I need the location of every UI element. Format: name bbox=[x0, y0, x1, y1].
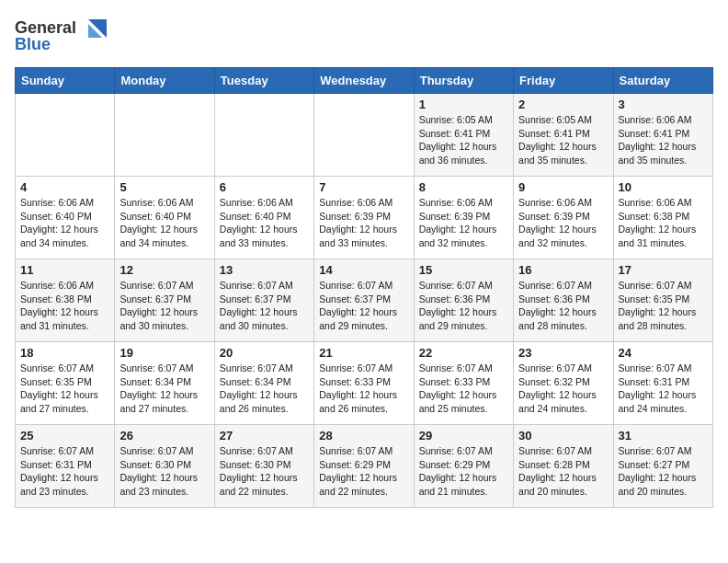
calendar-cell: 9Sunrise: 6:06 AM Sunset: 6:39 PM Daylig… bbox=[514, 177, 613, 259]
day-info: Sunrise: 6:07 AM Sunset: 6:36 PM Dayligh… bbox=[518, 279, 608, 333]
calendar-cell: 28Sunrise: 6:07 AM Sunset: 6:29 PM Dayli… bbox=[314, 425, 414, 508]
calendar-cell: 13Sunrise: 6:07 AM Sunset: 6:37 PM Dayli… bbox=[214, 259, 313, 342]
calendar-cell: 16Sunrise: 6:07 AM Sunset: 6:36 PM Dayli… bbox=[514, 259, 613, 342]
day-number: 12 bbox=[119, 263, 209, 277]
calendar-cell: 1Sunrise: 6:05 AM Sunset: 6:41 PM Daylig… bbox=[414, 94, 513, 177]
calendar-cell: 14Sunrise: 6:07 AM Sunset: 6:37 PM Dayli… bbox=[314, 259, 414, 342]
day-info: Sunrise: 6:07 AM Sunset: 6:30 PM Dayligh… bbox=[220, 444, 309, 499]
day-info: Sunrise: 6:07 AM Sunset: 6:31 PM Dayligh… bbox=[20, 444, 109, 499]
day-number: 31 bbox=[619, 429, 708, 442]
day-header-friday: Friday bbox=[514, 68, 613, 94]
calendar-cell bbox=[16, 94, 115, 177]
svg-text:Blue: Blue bbox=[15, 35, 51, 53]
calendar-cell: 17Sunrise: 6:07 AM Sunset: 6:35 PM Dayli… bbox=[613, 259, 712, 342]
day-info: Sunrise: 6:06 AM Sunset: 6:38 PM Dayligh… bbox=[619, 196, 708, 250]
day-info: Sunrise: 6:07 AM Sunset: 6:36 PM Dayligh… bbox=[419, 279, 508, 333]
calendar-cell: 30Sunrise: 6:07 AM Sunset: 6:28 PM Dayli… bbox=[514, 425, 613, 508]
day-number: 11 bbox=[20, 263, 109, 277]
day-number: 19 bbox=[119, 346, 209, 360]
day-info: Sunrise: 6:06 AM Sunset: 6:40 PM Dayligh… bbox=[119, 196, 209, 250]
day-header-sunday: Sunday bbox=[16, 68, 115, 94]
day-number: 25 bbox=[20, 429, 109, 442]
day-number: 30 bbox=[518, 429, 608, 442]
day-info: Sunrise: 6:07 AM Sunset: 6:35 PM Dayligh… bbox=[20, 362, 109, 416]
day-header-tuesday: Tuesday bbox=[214, 68, 313, 94]
day-info: Sunrise: 6:07 AM Sunset: 6:29 PM Dayligh… bbox=[319, 444, 408, 499]
calendar-cell: 25Sunrise: 6:07 AM Sunset: 6:31 PM Dayli… bbox=[16, 425, 115, 508]
calendar-cell: 8Sunrise: 6:06 AM Sunset: 6:39 PM Daylig… bbox=[414, 177, 513, 259]
calendar-cell: 2Sunrise: 6:05 AM Sunset: 6:41 PM Daylig… bbox=[514, 94, 613, 177]
calendar-cell: 29Sunrise: 6:07 AM Sunset: 6:29 PM Dayli… bbox=[414, 425, 513, 508]
day-number: 6 bbox=[220, 180, 309, 194]
day-info: Sunrise: 6:06 AM Sunset: 6:40 PM Dayligh… bbox=[220, 196, 309, 250]
calendar-cell: 19Sunrise: 6:07 AM Sunset: 6:34 PM Dayli… bbox=[115, 342, 214, 425]
day-header-monday: Monday bbox=[115, 68, 214, 94]
calendar-cell: 20Sunrise: 6:07 AM Sunset: 6:34 PM Dayli… bbox=[214, 342, 313, 425]
day-info: Sunrise: 6:06 AM Sunset: 6:38 PM Dayligh… bbox=[20, 279, 109, 333]
day-number: 16 bbox=[518, 263, 608, 277]
day-info: Sunrise: 6:07 AM Sunset: 6:31 PM Dayligh… bbox=[619, 362, 708, 416]
day-info: Sunrise: 6:06 AM Sunset: 6:41 PM Dayligh… bbox=[619, 113, 708, 167]
day-info: Sunrise: 6:07 AM Sunset: 6:37 PM Dayligh… bbox=[220, 279, 309, 333]
logo: General Blue bbox=[15, 15, 116, 56]
calendar-cell: 22Sunrise: 6:07 AM Sunset: 6:33 PM Dayli… bbox=[414, 342, 513, 425]
calendar-cell bbox=[314, 94, 414, 177]
logo-svg: General Blue bbox=[15, 15, 116, 56]
day-number: 3 bbox=[619, 98, 708, 111]
day-number: 15 bbox=[419, 263, 508, 277]
day-number: 28 bbox=[319, 429, 408, 442]
day-number: 21 bbox=[319, 346, 408, 360]
calendar-cell: 6Sunrise: 6:06 AM Sunset: 6:40 PM Daylig… bbox=[214, 177, 313, 259]
calendar-cell bbox=[115, 94, 214, 177]
day-number: 20 bbox=[220, 346, 309, 360]
day-info: Sunrise: 6:07 AM Sunset: 6:27 PM Dayligh… bbox=[619, 444, 708, 499]
day-number: 10 bbox=[619, 180, 708, 194]
day-number: 4 bbox=[20, 180, 109, 194]
day-info: Sunrise: 6:07 AM Sunset: 6:37 PM Dayligh… bbox=[319, 279, 408, 333]
day-info: Sunrise: 6:07 AM Sunset: 6:34 PM Dayligh… bbox=[220, 362, 309, 416]
calendar-cell: 12Sunrise: 6:07 AM Sunset: 6:37 PM Dayli… bbox=[115, 259, 214, 342]
day-info: Sunrise: 6:07 AM Sunset: 6:32 PM Dayligh… bbox=[518, 362, 608, 416]
day-number: 9 bbox=[518, 180, 608, 194]
calendar-cell: 18Sunrise: 6:07 AM Sunset: 6:35 PM Dayli… bbox=[16, 342, 115, 425]
day-info: Sunrise: 6:07 AM Sunset: 6:33 PM Dayligh… bbox=[319, 362, 408, 416]
day-info: Sunrise: 6:05 AM Sunset: 6:41 PM Dayligh… bbox=[518, 113, 608, 167]
calendar-cell: 11Sunrise: 6:06 AM Sunset: 6:38 PM Dayli… bbox=[16, 259, 115, 342]
day-number: 1 bbox=[419, 98, 508, 111]
day-info: Sunrise: 6:07 AM Sunset: 6:29 PM Dayligh… bbox=[419, 444, 508, 499]
day-info: Sunrise: 6:07 AM Sunset: 6:34 PM Dayligh… bbox=[119, 362, 209, 416]
day-info: Sunrise: 6:06 AM Sunset: 6:39 PM Dayligh… bbox=[518, 196, 608, 250]
day-info: Sunrise: 6:07 AM Sunset: 6:30 PM Dayligh… bbox=[119, 444, 209, 499]
calendar-cell: 31Sunrise: 6:07 AM Sunset: 6:27 PM Dayli… bbox=[613, 425, 712, 508]
day-info: Sunrise: 6:07 AM Sunset: 6:33 PM Dayligh… bbox=[419, 362, 508, 416]
svg-text:General: General bbox=[15, 18, 76, 37]
day-number: 14 bbox=[319, 263, 408, 277]
calendar-cell: 4Sunrise: 6:06 AM Sunset: 6:40 PM Daylig… bbox=[16, 177, 115, 259]
day-number: 18 bbox=[20, 346, 109, 360]
day-number: 29 bbox=[419, 429, 508, 442]
calendar-cell: 15Sunrise: 6:07 AM Sunset: 6:36 PM Dayli… bbox=[414, 259, 513, 342]
day-info: Sunrise: 6:07 AM Sunset: 6:35 PM Dayligh… bbox=[619, 279, 708, 333]
calendar-cell: 26Sunrise: 6:07 AM Sunset: 6:30 PM Dayli… bbox=[115, 425, 214, 508]
day-number: 7 bbox=[319, 180, 408, 194]
calendar-cell bbox=[214, 94, 313, 177]
calendar-cell: 24Sunrise: 6:07 AM Sunset: 6:31 PM Dayli… bbox=[613, 342, 712, 425]
day-header-wednesday: Wednesday bbox=[314, 68, 414, 94]
calendar-cell: 5Sunrise: 6:06 AM Sunset: 6:40 PM Daylig… bbox=[115, 177, 214, 259]
calendar-cell: 27Sunrise: 6:07 AM Sunset: 6:30 PM Dayli… bbox=[214, 425, 313, 508]
day-header-thursday: Thursday bbox=[414, 68, 513, 94]
day-number: 13 bbox=[220, 263, 309, 277]
calendar-cell: 21Sunrise: 6:07 AM Sunset: 6:33 PM Dayli… bbox=[314, 342, 414, 425]
day-number: 27 bbox=[220, 429, 309, 442]
day-info: Sunrise: 6:06 AM Sunset: 6:39 PM Dayligh… bbox=[319, 196, 408, 250]
header: General Blue bbox=[15, 15, 713, 56]
day-number: 5 bbox=[119, 180, 209, 194]
day-number: 23 bbox=[518, 346, 608, 360]
day-number: 24 bbox=[619, 346, 708, 360]
calendar-cell: 7Sunrise: 6:06 AM Sunset: 6:39 PM Daylig… bbox=[314, 177, 414, 259]
calendar-cell: 3Sunrise: 6:06 AM Sunset: 6:41 PM Daylig… bbox=[613, 94, 712, 177]
day-info: Sunrise: 6:07 AM Sunset: 6:37 PM Dayligh… bbox=[119, 279, 209, 333]
day-number: 2 bbox=[518, 98, 608, 111]
calendar-table: SundayMondayTuesdayWednesdayThursdayFrid… bbox=[15, 67, 713, 508]
day-info: Sunrise: 6:05 AM Sunset: 6:41 PM Dayligh… bbox=[419, 113, 508, 167]
